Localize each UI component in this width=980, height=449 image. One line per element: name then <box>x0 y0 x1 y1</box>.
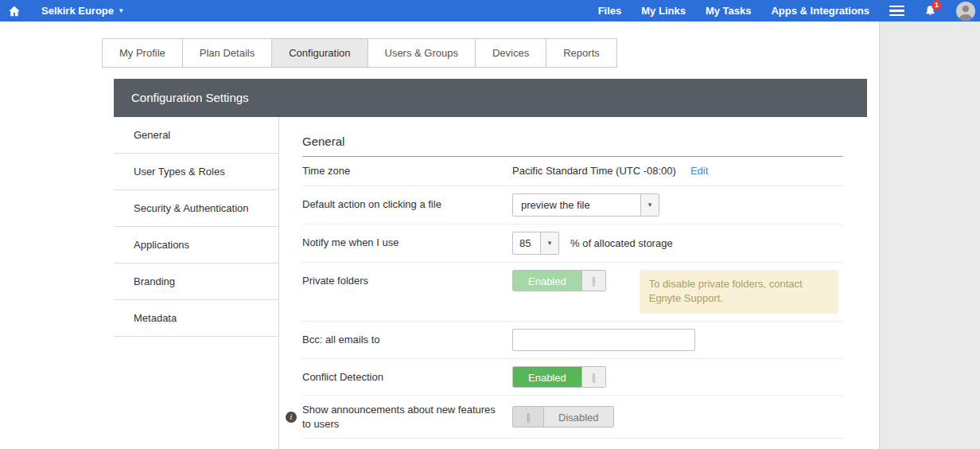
conflict-detection-toggle[interactable]: Enabled ∥ <box>512 366 606 388</box>
dropdown-arrow-icon: ▾ <box>540 232 558 254</box>
config-sidebar: General User Types & Roles Security & Au… <box>114 117 279 449</box>
private-folders-note: To disable private folders, contact Egny… <box>640 270 838 314</box>
tab-plan-details[interactable]: Plan Details <box>182 38 272 68</box>
section-title: General <box>302 135 843 157</box>
tab-reports[interactable]: Reports <box>546 38 617 68</box>
dropdown-arrow-icon: ▾ <box>640 194 659 216</box>
toggle-grip-icon: ∥ <box>513 407 544 427</box>
tab-users-groups[interactable]: Users & Groups <box>368 38 476 68</box>
home-icon[interactable] <box>8 5 21 18</box>
bcc-input[interactable] <box>512 329 695 351</box>
time-zone-value: Pacific Standard Time (UTC -08:00) <box>512 165 676 177</box>
panel-body: General User Types & Roles Security & Au… <box>114 117 867 449</box>
row-time-zone: Time zone Pacific Standard Time (UTC -08… <box>302 157 843 186</box>
bcc-label: Bcc: all emails to <box>302 333 512 347</box>
toggle-state-label: Disabled <box>544 407 613 427</box>
row-private-folders: Private folders Enabled ∥ To disable pri… <box>302 263 843 322</box>
account-switcher[interactable]: Selkirk Europe ▾ <box>41 5 123 17</box>
toggle-state-label: Enabled <box>513 271 581 291</box>
notify-suffix: % of allocated storage <box>570 237 673 249</box>
hamburger-menu-icon[interactable] <box>889 6 904 17</box>
configuration-panel: Configuration Settings General User Type… <box>114 79 867 449</box>
user-avatar[interactable] <box>956 2 975 21</box>
sidebar-item-branding[interactable]: Branding <box>114 264 278 300</box>
nav-my-tasks[interactable]: My Tasks <box>706 5 752 17</box>
config-content: General Time zone Pacific Standard Time … <box>279 117 867 449</box>
tab-my-profile[interactable]: My Profile <box>102 38 183 68</box>
sidebar-item-metadata[interactable]: Metadata <box>114 300 278 337</box>
sidebar-item-applications[interactable]: Applications <box>114 227 278 264</box>
private-folders-label: Private folders <box>302 270 512 291</box>
default-action-label: Default action on clicking a file <box>302 197 512 212</box>
account-name: Selkirk Europe <box>41 5 114 17</box>
settings-tabs: My Profile Plan Details Configuration Us… <box>102 38 617 68</box>
toggle-grip-icon: ∥ <box>581 271 605 291</box>
notify-percent-value: 85 <box>513 232 540 254</box>
announcements-label: i Show announcements about new features … <box>302 403 512 431</box>
page-right-gutter <box>879 21 980 449</box>
row-default-action: Default action on clicking a file previe… <box>302 186 843 224</box>
notify-percent-select[interactable]: 85 ▾ <box>512 232 559 255</box>
default-action-select[interactable]: preview the file ▾ <box>512 193 659 217</box>
nav-files[interactable]: Files <box>598 5 622 17</box>
notification-badge: 1 <box>931 0 942 10</box>
row-bcc-emails: Bcc: all emails to <box>302 322 843 359</box>
toggle-state-label: Enabled <box>513 367 581 387</box>
chevron-down-icon: ▾ <box>119 7 123 14</box>
info-icon[interactable]: i <box>286 412 297 423</box>
announcements-label-text: Show announcements about new features to… <box>302 404 496 430</box>
private-folders-toggle[interactable]: Enabled ∥ <box>512 270 606 291</box>
panel-title: Configuration Settings <box>114 79 867 117</box>
conflict-detection-label: Conflict Detection <box>302 370 512 385</box>
announcements-toggle[interactable]: ∥ Disabled <box>512 406 614 428</box>
default-action-selected-value: preview the file <box>513 194 640 216</box>
time-zone-label: Time zone <box>302 164 512 178</box>
row-conflict-detection: Conflict Detection Enabled ∥ <box>302 359 843 396</box>
nav-my-links[interactable]: My Links <box>641 5 686 17</box>
toggle-grip-icon: ∥ <box>581 367 605 387</box>
tab-devices[interactable]: Devices <box>475 38 546 68</box>
sidebar-item-user-types-roles[interactable]: User Types & Roles <box>114 154 278 190</box>
sidebar-item-security-authentication[interactable]: Security & Authentication <box>114 190 278 227</box>
topbar: Selkirk Europe ▾ Files My Links My Tasks… <box>0 0 980 21</box>
row-announcements: i Show announcements about new features … <box>302 396 843 439</box>
row-notify-storage: Notify me when I use 85 ▾ % of allocated… <box>302 224 843 263</box>
nav-apps-integrations[interactable]: Apps & Integrations <box>771 5 869 17</box>
notify-label: Notify me when I use <box>302 236 512 250</box>
topbar-right: Files My Links My Tasks Apps & Integrati… <box>598 2 975 21</box>
notifications-bell-icon[interactable]: 1 <box>924 5 936 17</box>
sidebar-item-general[interactable]: General <box>114 117 278 154</box>
time-zone-edit-link[interactable]: Edit <box>690 165 708 177</box>
tab-configuration[interactable]: Configuration <box>271 38 368 68</box>
